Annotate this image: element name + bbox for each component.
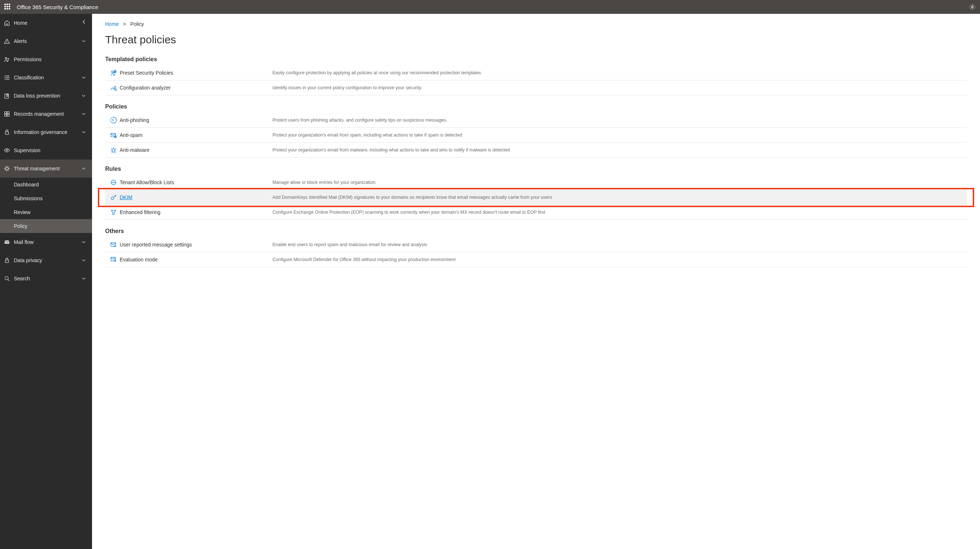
policy-description: Identify issues in your current policy c… bbox=[272, 85, 965, 90]
chevron-down-icon bbox=[81, 276, 86, 281]
policy-link[interactable]: DKIM bbox=[120, 195, 132, 200]
svg-rect-13 bbox=[5, 260, 9, 262]
breadcrumb-separator: > bbox=[123, 21, 126, 27]
nav-item-left: Home bbox=[4, 20, 27, 26]
svg-rect-5 bbox=[5, 112, 6, 113]
breadcrumb: Home > Policy bbox=[105, 21, 967, 27]
policy-row-configuration-analyzer[interactable]: Configuration analyzerIdentify issues in… bbox=[105, 80, 967, 96]
highlighted-row-wrapper: DKIMAdd DomainKeys Identified Mail (DKIM… bbox=[105, 190, 967, 205]
sidebar-item-permissions[interactable]: Permissions bbox=[0, 50, 92, 69]
row-wrapper: Tenant Allow/Block ListsManage allow or … bbox=[105, 175, 967, 190]
sidebar-item-label: Alerts bbox=[14, 38, 27, 44]
sidebar-item-label: Information governance bbox=[14, 129, 67, 135]
policy-description: Protect your organization's email from s… bbox=[272, 132, 965, 137]
sidebar-item-data-privacy[interactable]: Data privacy bbox=[0, 251, 92, 270]
breadcrumb-home-link[interactable]: Home bbox=[105, 21, 119, 27]
policy-row-enhanced-filtering[interactable]: Enhanced filteringConfigure Exchange Onl… bbox=[105, 205, 967, 220]
sidebar-item-classification[interactable]: Classification bbox=[0, 69, 92, 87]
section-title: Others bbox=[105, 228, 967, 235]
policy-description: Add DomainKeys Identified Mail (DKIM) si… bbox=[272, 195, 965, 200]
sidebar-item-data-loss-prevention[interactable]: Data loss prevention bbox=[0, 87, 92, 105]
app-launcher-icon[interactable] bbox=[4, 4, 11, 10]
threat-icon bbox=[4, 165, 10, 172]
svg-point-2 bbox=[8, 58, 9, 60]
svg-point-11 bbox=[5, 167, 8, 170]
nav-item-left: Classification bbox=[4, 74, 44, 81]
svg-point-1 bbox=[5, 57, 6, 59]
eval-icon bbox=[107, 256, 120, 263]
svg-rect-8 bbox=[7, 114, 9, 116]
alert-icon bbox=[4, 38, 10, 45]
eye-icon bbox=[4, 147, 10, 154]
lock-icon bbox=[4, 129, 10, 136]
row-wrapper: Evaluation modeConfigure Microsoft Defen… bbox=[105, 252, 967, 267]
policy-name: Evaluation mode bbox=[120, 257, 272, 262]
sidebar-item-information-governance[interactable]: Information governance bbox=[0, 123, 92, 141]
sidebar-item-records-management[interactable]: Records management bbox=[0, 105, 92, 123]
sidebar-item-threat-management[interactable]: Threat management bbox=[0, 160, 92, 178]
nav-item-left: Data loss prevention bbox=[4, 93, 60, 99]
policy-row-anti-malware[interactable]: Anti-malwareProtect your organization's … bbox=[105, 143, 967, 158]
svg-point-0 bbox=[972, 6, 974, 8]
nav-item-left: Records management bbox=[4, 111, 64, 117]
svg-point-14 bbox=[5, 277, 8, 280]
sidebar-item-home[interactable]: Home bbox=[0, 14, 92, 32]
section-title: Policies bbox=[105, 104, 967, 110]
sidebar-item-label: Permissions bbox=[14, 56, 41, 62]
sidebar-item-label: Threat management bbox=[14, 166, 60, 171]
settings-icon[interactable] bbox=[969, 4, 976, 10]
sidebar-subitem-review[interactable]: Review bbox=[0, 205, 92, 219]
policy-row-anti-spam[interactable]: Anti-spamProtect your organization's ema… bbox=[105, 128, 967, 143]
top-bar: Office 365 Security & Compliance bbox=[0, 0, 980, 14]
policy-description: Protect users from phishing attacks, and… bbox=[272, 118, 965, 123]
sidebar-item-label: Search bbox=[14, 276, 30, 281]
policy-row-dkim[interactable]: DKIMAdd DomainKeys Identified Mail (DKIM… bbox=[105, 190, 967, 205]
sidebar-subitem-submissions[interactable]: Submissions bbox=[0, 192, 92, 205]
sidebar-item-label: Data privacy bbox=[14, 257, 42, 263]
chevron-down-icon bbox=[81, 93, 86, 98]
policy-row-anti-phishing[interactable]: Anti-phishingProtect users from phishing… bbox=[105, 113, 967, 128]
search-icon bbox=[4, 275, 10, 282]
nav-item-left: Search bbox=[4, 275, 30, 282]
sidebar-subitem-dashboard[interactable]: Dashboard bbox=[0, 178, 92, 192]
sidebar-item-supervision[interactable]: Supervision bbox=[0, 141, 92, 160]
policy-name: Anti-phishing bbox=[120, 117, 272, 123]
sidebar-item-mail-flow[interactable]: Mail flow bbox=[0, 233, 92, 251]
chevron-down-icon bbox=[81, 239, 86, 245]
policy-name: Anti-spam bbox=[120, 132, 272, 138]
sidebar-item-label: Data loss prevention bbox=[14, 93, 60, 99]
permissions-icon bbox=[4, 56, 10, 62]
policy-name: Enhanced filtering bbox=[120, 209, 272, 215]
policy-row-user-reported-message-settings[interactable]: User reported message settingsEnable end… bbox=[105, 237, 967, 252]
nav-item-left: Threat management bbox=[4, 165, 60, 172]
nav-item-left: Supervision bbox=[4, 147, 40, 154]
policy-name: Anti-malware bbox=[120, 147, 272, 153]
sidebar-item-alerts[interactable]: Alerts bbox=[0, 32, 92, 50]
policy-name: Preset Security Policies bbox=[120, 70, 272, 76]
nav-item-left: Alerts bbox=[4, 38, 27, 45]
nav-item-left: Data privacy bbox=[4, 257, 42, 263]
sidebar-item-label: Records management bbox=[14, 111, 64, 117]
sidebar-subitem-policy[interactable]: Policy bbox=[0, 219, 92, 233]
row-wrapper: Configuration analyzerIdentify issues in… bbox=[105, 80, 967, 96]
chevron-down-icon bbox=[81, 75, 86, 80]
policy-row-tenant-allow-block-lists[interactable]: Tenant Allow/Block ListsManage allow or … bbox=[105, 175, 967, 190]
svg-point-10 bbox=[6, 150, 8, 151]
malware-icon bbox=[107, 146, 120, 154]
preset-icon bbox=[107, 69, 120, 77]
section-title: Rules bbox=[105, 166, 967, 172]
policy-description: Easily configure protection by applying … bbox=[272, 70, 965, 75]
policy-description: Configure Exchange Online Protection (EO… bbox=[272, 210, 965, 215]
sidebar-item-label: Home bbox=[14, 20, 27, 26]
nav-item-left: Information governance bbox=[4, 129, 67, 136]
chevron-down-icon bbox=[81, 258, 86, 263]
app-title: Office 365 Security & Compliance bbox=[17, 4, 98, 10]
collapse-sidebar-icon[interactable] bbox=[81, 19, 87, 25]
analyzer-icon bbox=[107, 84, 120, 91]
sidebar-item-search[interactable]: Search bbox=[0, 270, 92, 287]
policy-row-evaluation-mode[interactable]: Evaluation modeConfigure Microsoft Defen… bbox=[105, 252, 967, 267]
policy-row-preset-security-policies[interactable]: Preset Security PoliciesEasily configure… bbox=[105, 65, 967, 80]
phish-icon bbox=[107, 117, 120, 124]
sidebar-item-label: Supervision bbox=[14, 147, 40, 153]
svg-point-15 bbox=[112, 71, 113, 73]
